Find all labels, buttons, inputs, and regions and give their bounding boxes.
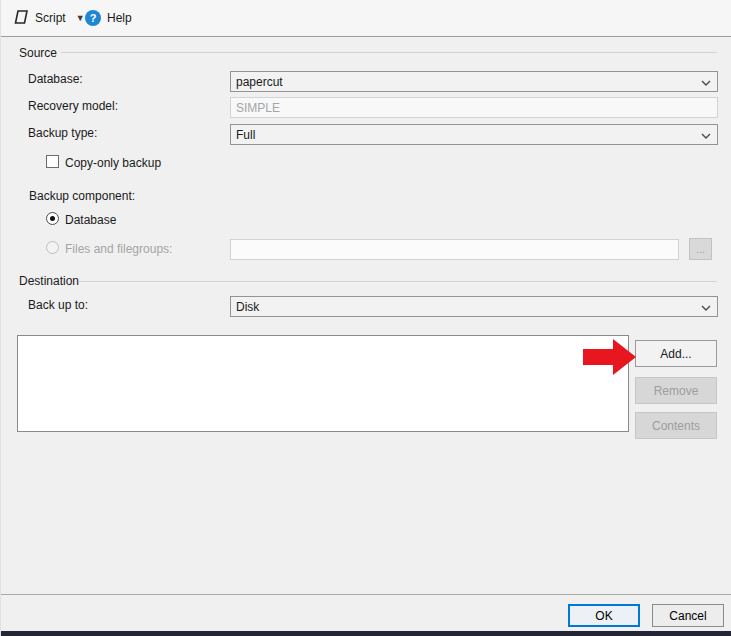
back-up-to-label: Back up to: bbox=[28, 298, 88, 312]
browse-button[interactable]: ... bbox=[689, 238, 712, 260]
back-up-to-combobox-value: Disk bbox=[236, 300, 259, 314]
destination-group-label: Destination bbox=[19, 274, 79, 288]
backup-database-dialog: Script ▼ ? Help Source Database: papercu… bbox=[0, 0, 731, 636]
help-button-label: Help bbox=[107, 11, 132, 25]
add-button[interactable]: Add... bbox=[635, 340, 717, 367]
database-label: Database: bbox=[28, 72, 83, 86]
database-radio-label: Database bbox=[65, 213, 116, 227]
ok-button[interactable]: OK bbox=[568, 604, 640, 627]
backup-type-combobox-value: Full bbox=[236, 128, 255, 142]
database-combobox-value: papercut bbox=[236, 75, 283, 89]
backup-component-label: Backup component: bbox=[29, 189, 135, 203]
backup-type-label: Backup type: bbox=[28, 126, 97, 140]
source-group-line bbox=[61, 52, 717, 53]
script-button[interactable]: Script ▼ bbox=[9, 6, 89, 30]
back-up-to-combobox[interactable]: Disk bbox=[230, 296, 718, 317]
script-icon bbox=[13, 9, 29, 28]
help-icon: ? bbox=[85, 10, 101, 26]
recovery-model-label: Recovery model: bbox=[28, 99, 118, 113]
window-bottom-edge bbox=[1, 631, 731, 636]
destination-list[interactable] bbox=[17, 335, 629, 432]
source-group-label: Source bbox=[19, 46, 57, 60]
cancel-button[interactable]: Cancel bbox=[652, 604, 724, 627]
files-filegroups-radio[interactable] bbox=[46, 241, 59, 254]
backup-type-combobox[interactable]: Full bbox=[230, 124, 718, 145]
database-radio[interactable] bbox=[46, 212, 59, 225]
contents-button[interactable]: Contents bbox=[635, 412, 717, 439]
destination-group-line bbox=[79, 281, 717, 282]
help-button[interactable]: ? Help bbox=[81, 6, 136, 30]
footer-divider bbox=[1, 594, 731, 595]
chevron-down-icon bbox=[701, 300, 711, 314]
database-combobox[interactable]: papercut bbox=[230, 71, 718, 92]
copy-only-backup-label: Copy-only backup bbox=[65, 156, 161, 170]
remove-button[interactable]: Remove bbox=[635, 377, 717, 404]
files-filegroups-field bbox=[230, 239, 679, 260]
files-filegroups-radio-label: Files and filegroups: bbox=[65, 242, 172, 256]
copy-only-backup-checkbox[interactable] bbox=[46, 155, 59, 168]
script-button-label: Script bbox=[35, 11, 66, 25]
recovery-model-field: SIMPLE bbox=[230, 97, 718, 118]
radio-dot bbox=[50, 216, 55, 221]
recovery-model-value: SIMPLE bbox=[236, 101, 280, 115]
chevron-down-icon bbox=[701, 75, 711, 89]
chevron-down-icon bbox=[701, 128, 711, 142]
red-pointer-arrow-icon bbox=[583, 338, 637, 376]
toolbar: Script ▼ ? Help bbox=[1, 0, 731, 37]
